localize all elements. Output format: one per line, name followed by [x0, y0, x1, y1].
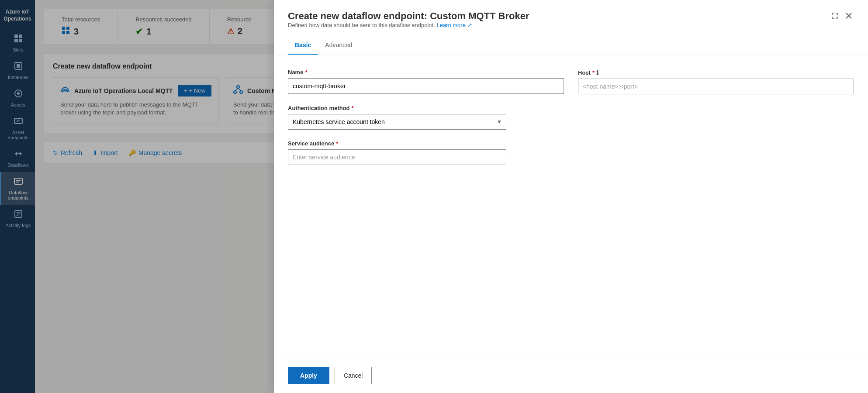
cancel-button[interactable]: Cancel	[335, 367, 372, 384]
host-required-marker: *	[592, 69, 595, 76]
form-row-auth: Authentication method * Kubernetes servi…	[288, 105, 854, 130]
form-group-host: Host * ℹ	[578, 69, 854, 94]
panel-subtitle: Defined how data should be sent to this …	[288, 22, 529, 28]
apply-button[interactable]: Apply	[288, 367, 329, 384]
panel-footer: Apply Cancel	[274, 358, 868, 393]
service-audience-label: Service audience *	[288, 140, 506, 147]
panel-header-top: Create new dataflow endpoint: Custom MQT…	[288, 10, 854, 35]
host-label: Host * ℹ	[578, 69, 854, 76]
form-row-name-host: Name * Host * ℹ	[288, 69, 854, 94]
form-group-service-audience: Service audience *	[288, 140, 506, 165]
auth-required-marker: *	[352, 105, 354, 111]
expand-button[interactable]	[830, 10, 840, 23]
auth-method-select-wrapper: Kubernetes service account token X.509 c…	[288, 114, 506, 130]
panel-title-group: Create new dataflow endpoint: Custom MQT…	[288, 10, 529, 35]
learn-more-link[interactable]: Learn more ↗	[436, 22, 472, 28]
tab-basic[interactable]: Basic	[288, 38, 318, 55]
tab-advanced[interactable]: Advanced	[318, 38, 359, 55]
service-audience-required-marker: *	[336, 140, 338, 147]
auth-method-select[interactable]: Kubernetes service account token X.509 c…	[288, 114, 506, 130]
host-info-icon: ℹ	[596, 69, 598, 76]
panel-tabs: Basic Advanced	[288, 38, 854, 55]
panel-body: Name * Host * ℹ Authentication method *	[274, 55, 868, 358]
name-required-marker: *	[305, 69, 307, 76]
panel-header: Create new dataflow endpoint: Custom MQT…	[274, 0, 868, 55]
form-row-service-audience: Service audience *	[288, 140, 854, 165]
form-group-auth: Authentication method * Kubernetes servi…	[288, 105, 506, 130]
panel-header-actions	[830, 10, 854, 23]
name-input[interactable]	[288, 78, 564, 94]
host-input[interactable]	[578, 79, 854, 94]
panel-title: Create new dataflow endpoint: Custom MQT…	[288, 10, 529, 22]
close-button[interactable]	[844, 10, 854, 23]
service-audience-input[interactable]	[288, 149, 506, 165]
side-panel: Create new dataflow endpoint: Custom MQT…	[274, 0, 868, 393]
name-label: Name *	[288, 69, 564, 76]
form-group-name: Name *	[288, 69, 564, 94]
auth-method-label: Authentication method *	[288, 105, 506, 111]
